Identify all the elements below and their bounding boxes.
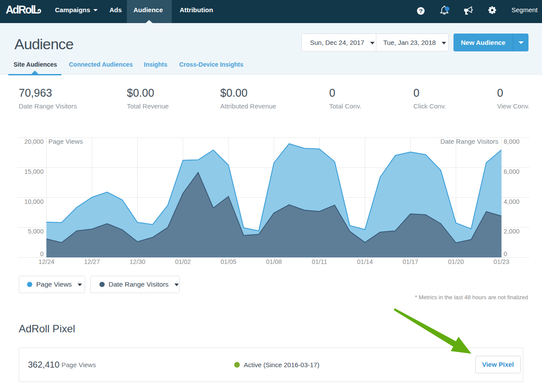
svg-text:01/17: 01/17 xyxy=(402,258,418,265)
svg-text:4,000: 4,000 xyxy=(504,198,519,205)
svg-text:5,000: 5,000 xyxy=(28,228,44,235)
svg-text:0: 0 xyxy=(40,250,44,257)
svg-text:Date Range Visitors: Date Range Visitors xyxy=(440,138,498,145)
svg-text:8,000: 8,000 xyxy=(504,138,519,145)
svg-text:01/14: 01/14 xyxy=(357,258,373,265)
svg-text:AdRoll: AdRoll xyxy=(6,5,36,16)
svg-text:12/24: 12/24 xyxy=(38,258,54,265)
svg-text:6,000: 6,000 xyxy=(504,168,519,175)
svg-text:12/30: 12/30 xyxy=(130,258,145,265)
svg-text:Page Views: Page Views xyxy=(48,138,83,145)
svg-text:15,000: 15,000 xyxy=(24,168,44,175)
svg-text:?: ? xyxy=(419,8,423,14)
svg-text:01/11: 01/11 xyxy=(312,258,327,265)
svg-text:01/20: 01/20 xyxy=(448,258,464,265)
svg-text:20,000: 20,000 xyxy=(24,138,44,145)
svg-text:01/05: 01/05 xyxy=(221,258,236,265)
svg-text:10,000: 10,000 xyxy=(24,198,44,205)
svg-text:01/02: 01/02 xyxy=(175,258,191,265)
svg-text:0: 0 xyxy=(504,250,507,257)
svg-text:01/08: 01/08 xyxy=(266,258,282,265)
svg-text:2,000: 2,000 xyxy=(504,228,519,235)
svg-text:01/23: 01/23 xyxy=(494,258,509,265)
svg-text:12/27: 12/27 xyxy=(84,258,100,265)
